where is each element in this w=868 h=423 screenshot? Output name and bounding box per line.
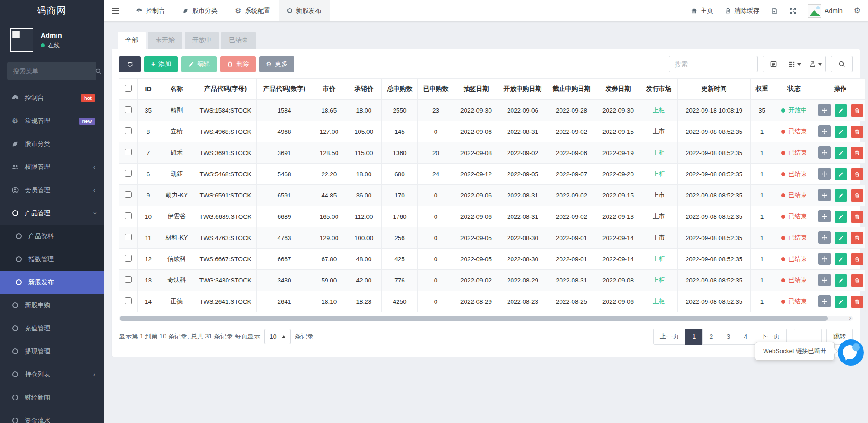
navtab-market-category[interactable]: 股市分类	[174, 0, 226, 21]
sidebar-item-market-category[interactable]: 股市分类	[0, 132, 104, 155]
row-delete-button[interactable]	[851, 253, 863, 265]
row-move-button[interactable]	[818, 168, 831, 180]
row-move-button[interactable]	[818, 146, 831, 159]
row-move-button[interactable]	[818, 104, 831, 116]
navtab-dashboard[interactable]: 控制台	[127, 0, 174, 21]
sidebar-item-withdraw[interactable]: 提现管理	[0, 340, 104, 363]
row-edit-button[interactable]	[835, 168, 847, 180]
sidebar-item-recharge[interactable]: 充值管理	[0, 317, 104, 340]
tab-all[interactable]: 全部	[118, 32, 146, 49]
tab-ended[interactable]: 已结束	[221, 32, 256, 49]
row-edit-button[interactable]	[835, 189, 847, 202]
row-delete-button[interactable]	[851, 296, 863, 308]
horizontal-scrollbar[interactable]: ‹ ›	[119, 316, 853, 321]
market-link[interactable]: 上柜	[653, 255, 665, 262]
row-checkbox[interactable]	[125, 255, 132, 262]
page-button-3[interactable]: 3	[720, 329, 737, 345]
row-checkbox[interactable]	[125, 276, 132, 283]
tab-not-started[interactable]: 未开始	[148, 32, 182, 49]
user-menu[interactable]: Admin	[808, 4, 843, 18]
row-move-button[interactable]	[818, 125, 831, 137]
row-move-button[interactable]	[818, 189, 831, 201]
sidebar-item-ipo-subscribe[interactable]: 新股申购	[0, 294, 104, 317]
tab-open[interactable]: 开放中	[185, 32, 219, 49]
row-checkbox[interactable]	[125, 106, 132, 113]
row-delete-button[interactable]	[851, 126, 863, 138]
table-search-input[interactable]	[669, 56, 758, 72]
sidebar-item-permissions[interactable]: 权限管理 ‹	[0, 155, 104, 179]
market-link[interactable]: 上柜	[653, 149, 665, 156]
sidebar-item-fund-flow[interactable]: 资金流水	[0, 409, 104, 423]
sidebar-item-index-management[interactable]: 指数管理	[0, 248, 104, 271]
clear-cache-link[interactable]: 清除缓存	[725, 7, 759, 15]
scrollbar-thumb[interactable]	[120, 316, 828, 321]
row-checkbox[interactable]	[125, 170, 132, 177]
select-all-checkbox[interactable]	[125, 85, 132, 92]
row-move-button[interactable]	[818, 295, 831, 307]
row-edit-button[interactable]	[835, 211, 847, 223]
brand-logo[interactable]: 码商网	[0, 0, 104, 21]
row-delete-button[interactable]	[851, 211, 863, 223]
row-move-button[interactable]	[818, 210, 831, 222]
sidebar-item-dashboard[interactable]: 控制台 hot	[0, 86, 104, 109]
sidebar-search-input[interactable]	[13, 67, 95, 75]
page-button-1[interactable]: 1	[685, 329, 703, 345]
market-link[interactable]: 上柜	[653, 277, 665, 283]
market-link[interactable]: 上市	[653, 213, 665, 220]
export-button[interactable]	[805, 56, 825, 72]
sidebar-item-members[interactable]: 会员管理 ‹	[0, 179, 104, 202]
row-delete-button[interactable]	[851, 147, 863, 159]
row-checkbox[interactable]	[125, 297, 132, 304]
fullscreen-icon[interactable]	[789, 7, 797, 14]
sidebar-item-general[interactable]: ⚙ 常规管理 new	[0, 109, 104, 132]
market-link[interactable]: 上市	[653, 128, 665, 135]
sidebar-toggle-button[interactable]	[104, 0, 127, 21]
sidebar-item-positions[interactable]: 持仓列表 ‹	[0, 363, 104, 386]
row-move-button[interactable]	[818, 253, 831, 265]
navtab-system-config[interactable]: ⚙ 系统配置	[226, 0, 279, 21]
page-button-2[interactable]: 2	[702, 329, 720, 345]
session-file-icon[interactable]	[771, 7, 778, 14]
row-edit-button[interactable]	[835, 274, 847, 287]
detail-view-button[interactable]	[763, 56, 784, 72]
row-checkbox[interactable]	[125, 149, 132, 155]
home-link[interactable]: 主页	[691, 7, 713, 15]
row-edit-button[interactable]	[835, 126, 847, 138]
row-delete-button[interactable]	[851, 232, 863, 244]
chat-widget-button[interactable]	[838, 339, 864, 366]
row-move-button[interactable]	[818, 274, 831, 286]
page-button-4[interactable]: 4	[737, 329, 754, 345]
refresh-button[interactable]	[119, 56, 141, 72]
market-link[interactable]: 上柜	[653, 170, 665, 177]
row-delete-button[interactable]	[851, 274, 863, 287]
sidebar-item-products[interactable]: 产品管理 ‹	[0, 202, 104, 225]
row-edit-button[interactable]	[835, 104, 847, 117]
row-edit-button[interactable]	[835, 232, 847, 244]
row-checkbox[interactable]	[125, 212, 132, 219]
market-link[interactable]: 上市	[653, 234, 665, 241]
row-edit-button[interactable]	[835, 296, 847, 308]
row-delete-button[interactable]	[851, 189, 863, 202]
columns-button[interactable]	[784, 56, 805, 72]
more-button[interactable]: ⚙ 更多	[259, 56, 294, 72]
sidebar-item-ipo-publish[interactable]: 新股发布	[0, 271, 104, 294]
row-delete-button[interactable]	[851, 168, 863, 180]
row-checkbox[interactable]	[125, 191, 132, 198]
sidebar-item-finance-news[interactable]: 财经新闻	[0, 386, 104, 409]
add-button[interactable]: + 添加	[144, 56, 178, 72]
row-edit-button[interactable]	[835, 253, 847, 265]
market-link[interactable]: 上柜	[653, 298, 665, 305]
market-link[interactable]: 上柜	[653, 107, 665, 113]
edit-button[interactable]: 编辑	[181, 56, 217, 72]
settings-gear-icon[interactable]: ⚙	[854, 7, 861, 14]
prev-page-button[interactable]: 上一页	[653, 329, 686, 345]
delete-button[interactable]: 删除	[220, 56, 256, 72]
row-checkbox[interactable]	[125, 234, 132, 240]
page-size-select[interactable]: 10	[264, 329, 291, 344]
row-checkbox[interactable]	[125, 127, 132, 134]
row-edit-button[interactable]	[835, 147, 847, 159]
search-button[interactable]	[831, 56, 853, 72]
sidebar-item-product-data[interactable]: 产品资料	[0, 225, 104, 248]
market-link[interactable]: 上市	[653, 192, 665, 198]
row-move-button[interactable]	[818, 231, 831, 244]
